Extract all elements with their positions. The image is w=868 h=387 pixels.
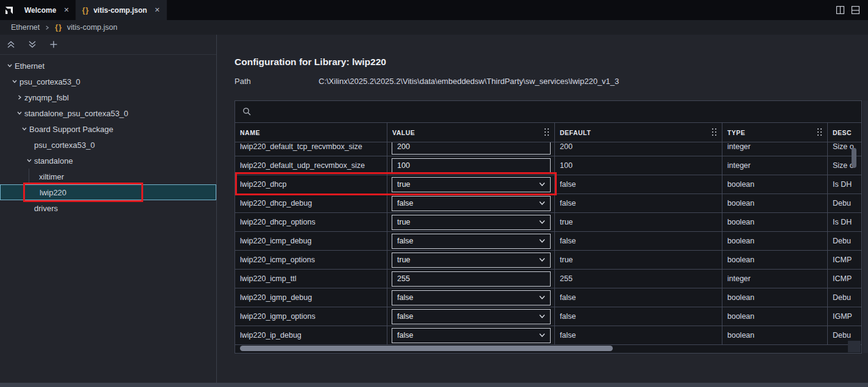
- tabbar-actions: [836, 0, 868, 20]
- column-label: DEFAULT: [560, 129, 591, 136]
- breadcrumb: Ethernet {} vitis-comp.json: [0, 20, 868, 35]
- breadcrumb-item-ethernet[interactable]: Ethernet: [11, 23, 40, 32]
- column-header-desc[interactable]: DESC: [828, 123, 861, 142]
- breadcrumb-item-vitis-comp-json[interactable]: vitis-comp.json: [67, 23, 118, 32]
- tree-item-label: drivers: [34, 204, 58, 213]
- value-input-lwip220_default_udp_recvmbox_size[interactable]: [392, 158, 551, 173]
- collapse-all-icon[interactable]: [7, 40, 15, 49]
- tree-item-drivers[interactable]: drivers: [0, 200, 216, 216]
- cell-description: Is DH: [828, 213, 861, 231]
- sidebar-divider[interactable]: [216, 35, 217, 383]
- value-select-lwip220_igmp_debug[interactable]: false: [392, 290, 551, 305]
- component-tree: Ethernetpsu_cortexa53_0zynqmp_fsblstanda…: [0, 58, 216, 216]
- tree-item-psu-cortexa53-0[interactable]: psu_cortexa53_0: [0, 137, 216, 153]
- value-select-lwip220_dhcp[interactable]: true: [392, 177, 551, 192]
- close-icon[interactable]: ✕: [63, 6, 69, 14]
- vertical-scrollbar-thumb[interactable]: [852, 148, 856, 168]
- chevron-down-icon[interactable]: [24, 156, 34, 166]
- chevron-down-icon: [539, 220, 545, 225]
- chevron-down-icon[interactable]: [5, 61, 15, 71]
- cell-description: ICMP: [828, 251, 861, 269]
- cell-description: Debu: [828, 288, 861, 307]
- chevron-right-icon[interactable]: [15, 92, 24, 102]
- tab-welcome[interactable]: Welcome ✕: [18, 0, 76, 20]
- value-select-lwip220_dhcp_debug[interactable]: false: [392, 196, 551, 211]
- split-editor-icon[interactable]: [836, 5, 845, 15]
- chevron-down-icon[interactable]: [10, 77, 19, 86]
- column-header-default[interactable]: DEFAULT: [555, 123, 722, 142]
- tree-item-label: Ethernet: [15, 61, 44, 71]
- cell-name: lwip220_dhcp_options: [235, 213, 387, 231]
- chevron-down-icon: [539, 182, 545, 187]
- column-drag-handle-icon[interactable]: [712, 128, 717, 136]
- table-row-lwip220_igmp_options: lwip220_igmp_optionsfalsefalsebooleanIGM…: [235, 307, 861, 326]
- value-select-lwip220_igmp_options[interactable]: false: [392, 309, 551, 324]
- cell-default: true: [555, 251, 722, 269]
- column-header-value[interactable]: VALUE: [387, 123, 555, 142]
- panel-scrollbar-track[interactable]: [863, 100, 868, 353]
- value-select-lwip220_ip_debug[interactable]: false: [392, 328, 551, 343]
- cell-name: lwip220_icmp_debug: [235, 232, 387, 250]
- tree-item-ethernet[interactable]: Ethernet: [0, 58, 216, 74]
- cell-default: false: [555, 326, 722, 344]
- indent-guide: [29, 169, 29, 184]
- cell-type: boolean: [722, 307, 828, 326]
- table-body-viewport: lwip220_default_tcp_recvmbox_size200inte…: [235, 142, 861, 345]
- tab-vitis-comp-json-label: vitis-comp.json: [93, 6, 147, 15]
- add-component-icon[interactable]: [49, 40, 58, 49]
- cell-default: false: [555, 288, 722, 307]
- horizontal-scrollbar-thumb[interactable]: [240, 346, 613, 351]
- indent-spacer: [24, 203, 34, 213]
- tree-item-lwip220[interactable]: lwip220: [0, 184, 216, 200]
- value-input-lwip220_icmp_ttl[interactable]: [392, 271, 551, 287]
- column-header-name[interactable]: NAME: [235, 123, 387, 142]
- cell-value: [387, 142, 555, 156]
- chevron-down-icon: [539, 257, 545, 262]
- value-select-lwip220_icmp_options[interactable]: true: [392, 253, 551, 268]
- table-row-lwip220_default_tcp_recvmbox_size: lwip220_default_tcp_recvmbox_size200inte…: [235, 142, 861, 156]
- column-drag-handle-icon[interactable]: [545, 128, 549, 136]
- configuration-table: NAME VALUE DEFAULT TYPE DESC lwip220_def…: [235, 100, 862, 354]
- column-header-type[interactable]: TYPE: [722, 123, 828, 142]
- table-row-lwip220_icmp_debug: lwip220_icmp_debugfalsefalsebooleanDebu: [235, 232, 861, 251]
- cell-name: lwip220_default_tcp_recvmbox_size: [235, 142, 387, 156]
- tree-item-standalone[interactable]: standalone: [0, 153, 216, 169]
- cell-default: false: [555, 175, 722, 194]
- expand-all-icon[interactable]: [28, 40, 37, 49]
- cell-name: lwip220_dhcp: [235, 175, 387, 194]
- selected-option-label: false: [397, 312, 413, 321]
- table-row-lwip220_icmp_ttl: lwip220_icmp_ttl255integerICMP: [235, 270, 861, 288]
- column-drag-handle-icon[interactable]: [817, 128, 822, 136]
- selected-option-label: true: [397, 218, 411, 226]
- amd-logo-icon: [0, 0, 18, 20]
- value-select-lwip220_icmp_debug[interactable]: false: [392, 234, 551, 249]
- tree-item-board-support-package[interactable]: Board Support Package: [0, 121, 216, 137]
- tree-item-standalone-psu-cortexa53-0[interactable]: standalone_psu_cortexa53_0: [0, 105, 216, 121]
- tree-item-label: psu_cortexa53_0: [34, 141, 95, 150]
- tree-item-xiltimer[interactable]: xiltimer: [0, 169, 216, 184]
- value-select-lwip220_dhcp_options[interactable]: true: [392, 215, 551, 230]
- layout-panel-icon[interactable]: [851, 5, 860, 15]
- search-icon: [242, 107, 252, 116]
- chevron-down-icon[interactable]: [19, 124, 29, 134]
- cell-type: boolean: [722, 175, 828, 194]
- cell-description: IGMP: [828, 307, 861, 326]
- cell-value: false: [387, 194, 555, 212]
- tree-item-label: standalone: [34, 156, 73, 166]
- cell-type: boolean: [722, 194, 828, 212]
- column-label: TYPE: [727, 129, 745, 136]
- close-icon[interactable]: ✕: [154, 6, 160, 14]
- cell-default: false: [555, 232, 722, 250]
- tree-item-psu-cortexa53-0[interactable]: psu_cortexa53_0: [0, 74, 216, 89]
- chevron-down-icon[interactable]: [15, 108, 24, 118]
- tab-vitis-comp-json[interactable]: {} vitis-comp.json ✕: [76, 0, 167, 20]
- cell-name: lwip220_igmp_options: [235, 307, 387, 326]
- value-input-lwip220_default_tcp_recvmbox_size[interactable]: [392, 142, 551, 155]
- json-braces-icon: {}: [55, 23, 62, 32]
- table-header: NAME VALUE DEFAULT TYPE DESC: [235, 123, 861, 142]
- cell-value: true: [387, 251, 555, 269]
- search-input[interactable]: [256, 106, 500, 117]
- tree-item-zynqmp-fsbl[interactable]: zynqmp_fsbl: [0, 89, 216, 105]
- selected-option-label: true: [397, 180, 411, 189]
- cell-value: false: [387, 288, 555, 307]
